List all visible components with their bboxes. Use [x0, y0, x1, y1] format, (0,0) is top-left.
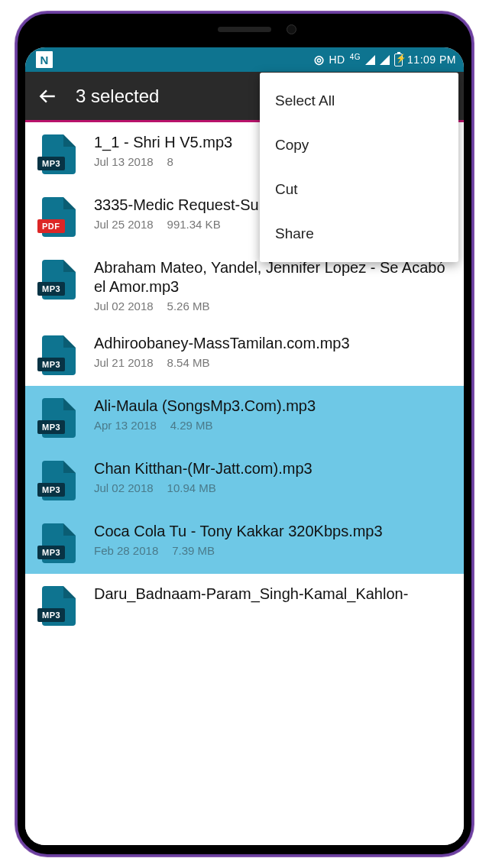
- file-date: Apr 13 2018: [94, 419, 157, 432]
- file-ext-badge: MP3: [37, 157, 65, 170]
- menu-item-share[interactable]: Share: [260, 212, 458, 256]
- file-info: Daru_Badnaam-Param_Singh-Kamal_Kahlon-: [94, 585, 453, 607]
- file-type-icon: MP3: [37, 134, 80, 174]
- file-name: Ali-Maula (SongsMp3.Com).mp3: [94, 397, 453, 416]
- file-row[interactable]: MP3Chan Kitthan-(Mr-Jatt.com).mp3Jul 02 …: [25, 449, 464, 511]
- file-name: Abraham Mateo, Yandel, Jennifer Lopez - …: [94, 258, 453, 296]
- file-type-icon: MP3: [37, 398, 80, 438]
- hotspot-icon: ◎: [314, 53, 325, 66]
- android-n-icon: N: [36, 51, 53, 68]
- file-type-icon: MP3: [37, 586, 80, 626]
- file-meta: Feb 28 20187.39 MB: [94, 544, 453, 557]
- status-bar: N ◎ HD 4G 11:09 PM: [25, 47, 464, 72]
- file-meta: Apr 13 20184.29 MB: [94, 419, 453, 432]
- file-date: Jul 13 2018: [94, 155, 154, 168]
- file-size: 8.54 MB: [167, 356, 210, 369]
- file-name: Adhiroobaney-MassTamilan.com.mp3: [94, 334, 453, 353]
- file-ext-badge: MP3: [37, 282, 65, 296]
- file-ext-badge: MP3: [37, 358, 65, 371]
- file-date: Jul 21 2018: [94, 356, 154, 369]
- file-type-icon: MP3: [37, 335, 80, 375]
- file-ext-badge: MP3: [37, 608, 65, 622]
- file-row[interactable]: MP3Ali-Maula (SongsMp3.Com).mp3Apr 13 20…: [25, 386, 464, 449]
- menu-item-copy[interactable]: Copy: [260, 123, 458, 167]
- battery-icon: [394, 53, 403, 66]
- file-info: Abraham Mateo, Yandel, Jennifer Lopez - …: [94, 258, 453, 313]
- file-ext-badge: MP3: [37, 546, 65, 559]
- back-arrow-icon[interactable]: [37, 86, 57, 106]
- file-ext-badge: PDF: [37, 219, 65, 233]
- file-meta: Jul 21 20188.54 MB: [94, 356, 453, 369]
- menu-item-select-all[interactable]: Select All: [260, 79, 458, 123]
- file-size: 4.29 MB: [170, 419, 213, 432]
- file-meta: Jul 02 201810.94 MB: [94, 481, 453, 494]
- file-size: 5.26 MB: [167, 300, 210, 313]
- hd-indicator: HD: [329, 53, 345, 66]
- file-info: Adhiroobaney-MassTamilan.com.mp3Jul 21 2…: [94, 334, 453, 369]
- file-type-icon: MP3: [37, 523, 80, 563]
- menu-item-cut[interactable]: Cut: [260, 167, 458, 212]
- file-type-icon: PDF: [37, 197, 80, 237]
- file-type-icon: MP3: [37, 461, 80, 500]
- file-info: Chan Kitthan-(Mr-Jatt.com).mp3Jul 02 201…: [94, 459, 453, 494]
- file-date: Jul 25 2018: [94, 218, 154, 231]
- file-meta: Jul 02 20185.26 MB: [94, 300, 453, 313]
- file-name: Chan Kitthan-(Mr-Jatt.com).mp3: [94, 459, 453, 478]
- signal-icon: [365, 55, 375, 65]
- speaker: [218, 27, 271, 32]
- file-name: Daru_Badnaam-Param_Singh-Kamal_Kahlon-: [94, 585, 453, 604]
- network-type: 4G: [350, 53, 361, 61]
- page-title: 3 selected: [76, 86, 159, 107]
- file-date: Jul 02 2018: [94, 300, 154, 313]
- file-row[interactable]: MP3Adhiroobaney-MassTamilan.com.mp3Jul 2…: [25, 323, 464, 386]
- file-size: 10.94 MB: [167, 481, 216, 494]
- file-info: Coca Cola Tu - Tony Kakkar 320Kbps.mp3Fe…: [94, 522, 453, 557]
- file-info: Ali-Maula (SongsMp3.Com).mp3Apr 13 20184…: [94, 397, 453, 432]
- signal-icon-2: [380, 55, 390, 65]
- clock: 11:09 PM: [407, 53, 456, 66]
- file-size: 7.39 MB: [172, 544, 215, 557]
- file-date: Feb 28 2018: [94, 544, 158, 557]
- file-name: Coca Cola Tu - Tony Kakkar 320Kbps.mp3: [94, 522, 453, 541]
- phone-frame: N ◎ HD 4G 11:09 PM 3 selected MP31_1 - S…: [15, 11, 474, 857]
- file-ext-badge: MP3: [37, 420, 65, 434]
- file-size: 991.34 KB: [167, 218, 221, 231]
- file-size: 8: [167, 155, 173, 168]
- status-right: ◎ HD 4G 11:09 PM: [314, 53, 456, 66]
- file-row[interactable]: MP3Coca Cola Tu - Tony Kakkar 320Kbps.mp…: [25, 511, 464, 574]
- front-camera: [287, 24, 296, 34]
- screen: N ◎ HD 4G 11:09 PM 3 selected MP31_1 - S…: [25, 47, 464, 845]
- file-row[interactable]: MP3Daru_Badnaam-Param_Singh-Kamal_Kahlon…: [25, 574, 464, 636]
- file-date: Jul 02 2018: [94, 481, 154, 494]
- file-ext-badge: MP3: [37, 483, 65, 497]
- file-type-icon: MP3: [37, 260, 80, 300]
- context-menu: Select AllCopyCutShare: [260, 73, 458, 262]
